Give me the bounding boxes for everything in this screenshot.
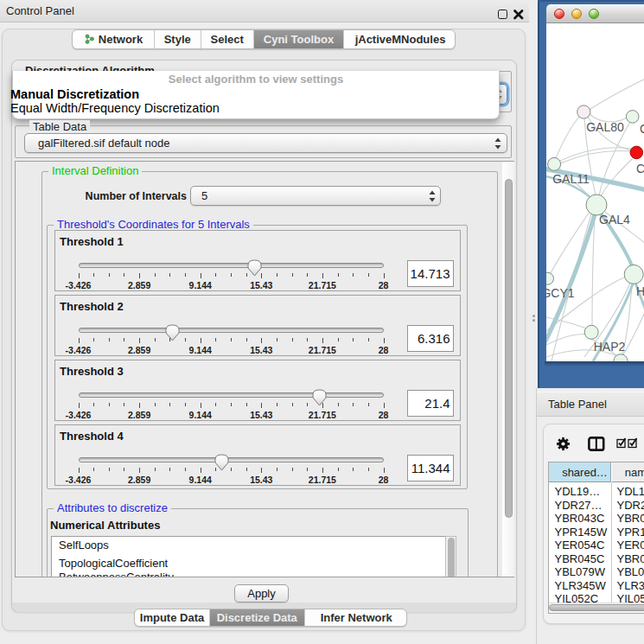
svg-text:HAP2: HAP2: [594, 340, 626, 354]
svg-text:CY: CY: [636, 162, 644, 175]
svg-text:GAL7: GAL7: [640, 122, 644, 136]
svg-text:GCY1: GCY1: [546, 286, 575, 300]
svg-text:GAL80: GAL80: [586, 120, 624, 134]
svg-text:GAL11: GAL11: [552, 172, 590, 186]
svg-text:GAL4: GAL4: [599, 213, 630, 226]
svg-text:HM: HM: [636, 284, 644, 298]
